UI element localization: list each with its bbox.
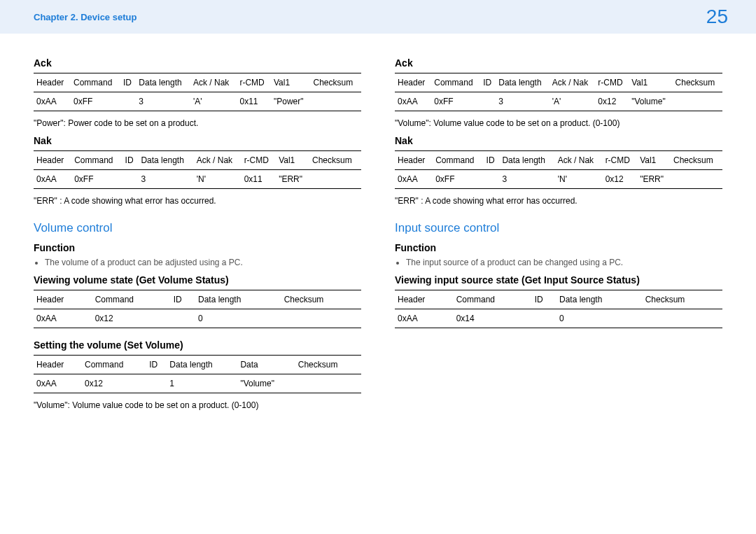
th: Ack / Nak [555,151,603,170]
chapter-title: Chapter 2. Device setup [34,12,136,22]
set-note: "Volume": Volume value code to be set on… [34,400,361,410]
td: "ERR" [276,170,309,189]
function-title: Function [395,242,722,253]
td [171,309,195,328]
td: 1 [167,374,237,393]
td [295,374,361,393]
th: Command [71,151,122,170]
section-title: Input source control [395,221,722,235]
td: 0xFF [433,170,483,189]
th: ID [171,290,195,309]
th: Command [431,73,480,92]
th: Checksum [643,290,722,309]
nak-title: Nak [34,135,361,146]
view-title: Viewing input source state (Get Input So… [395,274,722,286]
th: ID [480,73,496,92]
right-column: Ack Header Command ID Data length Ack / … [395,50,722,410]
td: 0 [195,309,281,328]
nak-title: Nak [395,135,722,146]
ack-title: Ack [34,57,361,69]
th: Command [92,290,171,309]
td: 0xAA [395,309,454,328]
td: 0xAA [34,309,92,328]
td: 3 [499,170,554,189]
ack-table: Header Command ID Data length Ack / Nak … [34,73,361,111]
th: Command [71,73,120,92]
td [281,309,361,328]
nak-table: Header Command ID Data length Ack / Nak … [34,150,361,189]
td: 0xAA [34,374,82,393]
function-title: Function [34,242,361,253]
th: Checksum [309,151,361,170]
td: 0xAA [395,170,433,189]
th: Header [34,356,82,374]
th: Command [433,151,483,170]
nak-note: "ERR" : A code showing what error has oc… [395,196,722,206]
th: Val1 [276,151,309,170]
th: Data length [138,151,193,170]
view-table: Header Command ID Data length Checksum 0… [34,290,361,328]
th: Ack / Nak [550,73,596,92]
td: 0 [556,309,643,328]
td [480,92,496,111]
th: r-CMD [237,73,271,92]
td: 3 [138,170,193,189]
th: Data length [556,290,643,309]
content: Ack Header Command ID Data length Ack / … [0,34,756,438]
page: Chapter 2. Device setup 25 Ack Header Co… [0,0,756,534]
set-title: Setting the volume (Set Volume) [34,339,361,351]
function-list: The input source of a product can be cha… [395,258,722,267]
set-table: Header Command ID Data length Data Check… [34,355,361,393]
th: Checksum [311,73,361,92]
td [671,170,722,189]
td [146,374,167,393]
th: Checksum [295,356,361,374]
th: Data length [195,290,281,309]
td: "Power" [271,92,311,111]
ack-title: Ack [395,57,722,69]
header-bar: Chapter 2. Device setup 25 [0,0,756,34]
th: Command [82,356,146,374]
th: Header [34,290,92,309]
th: Val1 [629,73,672,92]
th: ID [122,151,139,170]
function-list: The volume of a product can be adjusted … [34,258,361,267]
th: Command [454,290,532,309]
th: r-CMD [603,151,638,170]
th: Header [395,151,433,170]
td: 0x12 [595,92,629,111]
th: Header [34,73,71,92]
td: 0xAA [34,92,71,111]
function-bullet: The input source of a product can be cha… [406,258,722,267]
td [309,170,361,189]
td: 'A' [190,92,237,111]
function-bullet: The volume of a product can be adjusted … [45,258,361,267]
th: Data length [499,151,554,170]
nak-note: "ERR" : A code showing what error has oc… [34,196,361,206]
th: ID [484,151,500,170]
th: Ack / Nak [194,151,241,170]
page-number: 25 [706,6,728,28]
nak-table: Header Command ID Data length Ack / Nak … [395,150,722,189]
td: 0xAA [395,92,431,111]
view-table: Header Command ID Data length Checksum 0… [395,290,722,328]
td: 'A' [550,92,596,111]
ack-note: "Volume": Volume value code to be set on… [395,118,722,128]
td: 3 [496,92,550,111]
td: 'N' [555,170,603,189]
td: 0xFF [431,92,480,111]
ack-table: Header Command ID Data length Ack / Nak … [395,73,722,111]
td: 0x14 [454,309,532,328]
td: 0x11 [237,92,271,111]
th: Checksum [673,73,722,92]
td [311,92,361,111]
td [673,92,722,111]
left-column: Ack Header Command ID Data length Ack / … [34,50,361,410]
td: "Volume" [237,374,295,393]
td: 0xFF [71,170,122,189]
th: Data [237,356,295,374]
td: 0x12 [82,374,146,393]
th: Ack / Nak [190,73,237,92]
th: Header [395,73,431,92]
td [643,309,722,328]
